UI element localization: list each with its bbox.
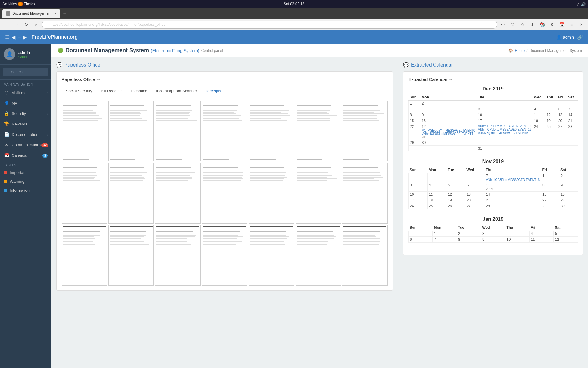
sidebar-item-calendar[interactable]: 📅 Calendar 3 — [0, 150, 51, 160]
doc-thumbnail[interactable] — [249, 101, 294, 161]
tab-receipts[interactable]: Receipts — [202, 86, 226, 96]
cal-day: 15 — [409, 118, 420, 124]
doc-thumbnail[interactable] — [249, 225, 294, 286]
doc-thumbnail[interactable] — [62, 163, 107, 223]
tab-bill-receipts[interactable]: Bill Receipts — [96, 86, 127, 96]
window-close-button[interactable]: × — [577, 20, 586, 29]
doc-thumbnail[interactable] — [296, 225, 341, 286]
sidebar-icon-calendar: 📅 — [4, 153, 9, 158]
reload-button[interactable]: ↻ — [22, 20, 31, 29]
page-title-sub: (Electronic Filing System) — [151, 48, 199, 53]
tab-incoming[interactable]: Incoming — [127, 86, 152, 96]
doc-thumbnail[interactable] — [108, 163, 154, 223]
doc-thumbnail[interactable] — [62, 225, 107, 286]
sidebar-item-communications[interactable]: ✉ Communications 32 — [0, 140, 51, 150]
cal-event[interactable]: ezi6WKgYrn :: MESSAGE0-EVENT5 — [478, 131, 531, 135]
sidebar-item-right-security: ‹ — [47, 111, 48, 116]
share-button[interactable]: 🔗 — [577, 34, 583, 40]
shield-button[interactable]: 🛡 — [508, 20, 517, 29]
cal-day — [409, 173, 428, 182]
url-input[interactable] — [42, 21, 497, 29]
calendar-nov-2019: Nov 2019 Sun Mon Tue Wed Thu Fri Sat 7 V — [408, 159, 578, 209]
cal-event[interactable]: VNhmlOP8Df :: MESSAGE0-EVENT1 — [422, 132, 475, 136]
doc-thumbnail[interactable] — [202, 225, 247, 286]
os-activities-label[interactable]: Activities — [2, 2, 17, 6]
nav-list-button[interactable]: ≡ — [18, 34, 21, 40]
star-button[interactable]: ☆ — [518, 20, 527, 29]
nav-prev-button[interactable]: ◀ — [12, 34, 15, 40]
paperless-section-header: 💬 Paperless Office — [56, 62, 393, 68]
breadcrumb-separator: / — [526, 48, 527, 53]
doc-thumbnail[interactable] — [296, 101, 341, 161]
sync-button[interactable]: S — [548, 20, 556, 29]
tab-close-button[interactable]: × — [55, 12, 56, 15]
home-button[interactable]: ⌂ — [32, 20, 40, 29]
cal-day: 14 — [567, 112, 578, 118]
page-section: 🟢 Document Management System (Electronic… — [51, 44, 588, 368]
sidebar-label-warning[interactable]: Warning — [0, 177, 51, 186]
doc-thumbnail[interactable] — [155, 225, 201, 286]
os-browser-label[interactable]: Firefox — [24, 2, 35, 6]
tab-incoming-scanner[interactable]: Incoming from Scanner — [152, 86, 201, 96]
calendar-month-title-jan: Jan 2019 — [408, 217, 578, 222]
cal-event[interactable]: M1TPGEOonY :: MESSAGE0-EVENT0 — [422, 129, 475, 132]
sidebar-label-information[interactable]: Information — [0, 186, 51, 195]
download-button[interactable]: ⬇ — [528, 20, 537, 29]
sidebar-item-abilities[interactable]: ⬡ Abilities ‹ — [0, 87, 51, 98]
sidebar-icon-my: 👤 — [4, 101, 9, 105]
browser-tab-active[interactable]: Document Management × — [2, 9, 60, 18]
library-button[interactable]: 📚 — [538, 20, 546, 29]
calendar-table-dec: Sun Mon Tue Wed Thu Fri Sat 1 2 — [408, 94, 578, 151]
back-button[interactable]: ← — [2, 20, 11, 29]
sidebar-label-important[interactable]: Important — [0, 168, 51, 177]
sidebar-label-security: Security — [12, 111, 26, 116]
calendar-toolbar-button[interactable]: 📅 — [557, 20, 566, 29]
forward-button[interactable]: → — [12, 20, 21, 29]
cal-week: 3 4 5 6 7 — [409, 106, 578, 112]
sidebar-labels: Important Warning Information — [0, 168, 51, 195]
sidebar-item-documentation[interactable]: 📄 Documentation ‹ — [0, 129, 51, 140]
doc-thumbnail[interactable] — [342, 101, 388, 161]
sidebar-item-left-communications: ✉ Communications — [4, 142, 41, 147]
menu-button[interactable]: ≡ — [567, 20, 576, 29]
doc-thumbnail[interactable] — [155, 163, 201, 223]
cal-day — [567, 101, 578, 106]
doc-thumbnail[interactable] — [62, 101, 107, 161]
doc-thumbnail[interactable] — [108, 225, 154, 286]
cal-event[interactable]: VNhmlOP8Df :: MESSAGE0-EVENT12 — [478, 125, 531, 128]
cal-day: 3 — [409, 182, 428, 192]
breadcrumb-home-link[interactable]: Home — [515, 48, 525, 53]
doc-thumbnail[interactable] — [342, 163, 388, 223]
calendar-edit-icon[interactable]: ✏ — [449, 77, 453, 82]
sidebar-item-security[interactable]: 🔒 Security ‹ — [0, 108, 51, 119]
doc-thumbnail[interactable] — [108, 101, 154, 161]
cal-day: 20 — [557, 118, 567, 124]
cal-header-mon: Mon — [427, 167, 447, 173]
sidebar-item-rewards[interactable]: 🏆 Rewards — [0, 119, 51, 129]
tab-social-security[interactable]: Social Security — [62, 86, 96, 96]
nav-next-button[interactable]: ▶ — [23, 34, 27, 40]
sidebar-item-my[interactable]: 👤 My ‹ — [0, 98, 51, 108]
extensions-button[interactable]: ⋯ — [499, 20, 507, 29]
doc-thumbnail[interactable] — [155, 101, 201, 161]
doc-thumbnail[interactable] — [342, 225, 388, 286]
doc-thumbnail[interactable] — [202, 163, 247, 223]
sidebar-item-left-my: 👤 My — [4, 101, 17, 105]
doc-thumbnail[interactable] — [202, 101, 247, 161]
cal-header-wed: Wed — [481, 224, 505, 231]
cal-day: 1 — [433, 231, 457, 237]
cal-day: 9 — [559, 182, 578, 192]
paperless-edit-icon[interactable]: ✏ — [97, 77, 100, 82]
search-input[interactable] — [3, 68, 48, 76]
cal-day: 13 — [557, 112, 567, 118]
cal-header-thu: Thu — [505, 224, 530, 231]
doc-thumbnail[interactable] — [296, 163, 341, 223]
cal-day: 3 — [481, 231, 505, 237]
app-header-icons: ☰ ◀ ≡ ▶ — [5, 34, 27, 40]
cal-day: 28 — [484, 203, 541, 209]
cal-event[interactable]: VNhmlOP8Df :: MESSAGE0-EVENT13 — [478, 128, 531, 131]
doc-thumbnail[interactable] — [249, 163, 294, 223]
new-tab-button[interactable]: + — [62, 10, 69, 17]
cal-event[interactable]: VNhmlOP8Df :: MESSAGED-EVENT16 — [486, 178, 540, 182]
sidebar-toggle-button[interactable]: ☰ — [5, 34, 9, 40]
